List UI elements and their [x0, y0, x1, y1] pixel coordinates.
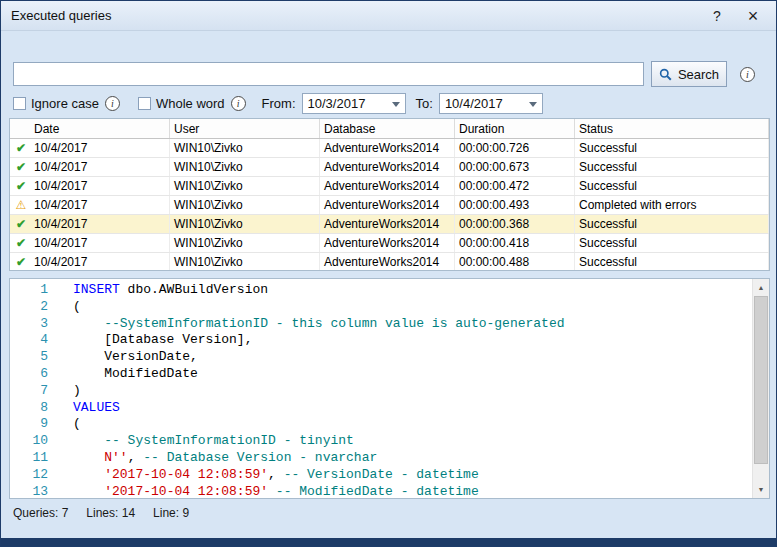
cell-date: ✔10/4/2017: [10, 234, 170, 252]
cell-duration: 00:00:00.472: [455, 177, 575, 195]
query-table-header: Date User Database Duration Status: [10, 119, 769, 139]
line-number: 2: [10, 299, 48, 316]
scrollbar-thumb[interactable]: [754, 296, 768, 464]
cell-user: WIN10\Zivko: [170, 253, 320, 271]
code-segment-keyword: VALUES: [73, 400, 120, 415]
code-segment-keyword: INSERT: [73, 282, 120, 297]
cell-user: WIN10\Zivko: [170, 234, 320, 252]
table-row[interactable]: ✔10/4/2017WIN10\ZivkoAdventureWorks20140…: [10, 158, 769, 177]
cell-date-text: 10/4/2017: [34, 255, 87, 269]
column-header-database[interactable]: Database: [320, 119, 455, 138]
to-label: To:: [416, 96, 433, 111]
to-date-dropdown[interactable]: 10/4/2017: [439, 93, 543, 114]
table-row[interactable]: ✔10/4/2017WIN10\ZivkoAdventureWorks20140…: [10, 234, 769, 253]
line-number: 8: [10, 400, 48, 417]
cell-date-text: 10/4/2017: [34, 160, 87, 174]
title-bar: Executed queries ? ×: [1, 1, 776, 31]
line-number: 9: [10, 416, 48, 433]
status-line: Line: 9: [153, 506, 189, 520]
editor-code[interactable]: INSERT dbo.AWBuildVersion( --SystemInfor…: [54, 279, 752, 498]
page-title: Executed queries: [11, 8, 111, 23]
code-line: '2017-10-04 12:08:59' -- ModifiedDate - …: [73, 484, 752, 498]
success-icon: ✔: [14, 256, 28, 268]
table-row[interactable]: ✔10/4/2017WIN10\ZivkoAdventureWorks20140…: [10, 177, 769, 196]
code-segment-plain: [73, 316, 104, 331]
success-icon: ✔: [14, 218, 28, 230]
column-header-user[interactable]: User: [170, 119, 320, 138]
search-input[interactable]: [13, 62, 644, 86]
code-segment-plain: ,: [128, 450, 144, 465]
column-header-duration[interactable]: Duration: [455, 119, 575, 138]
line-number: 1: [10, 282, 48, 299]
cell-database: AdventureWorks2014: [320, 215, 455, 233]
search-button-label: Search: [678, 67, 719, 82]
code-line: ): [73, 383, 752, 400]
search-info-icon[interactable]: i: [740, 67, 755, 82]
code-segment-comment: -- VersionDate - datetime: [284, 467, 479, 482]
warning-icon: ⚠: [14, 199, 28, 211]
table-row[interactable]: ✔10/4/2017WIN10\ZivkoAdventureWorks20140…: [10, 139, 769, 158]
close-button[interactable]: ×: [738, 1, 768, 31]
whole-word-checkbox[interactable]: [138, 97, 151, 110]
bottom-border-band: [1, 538, 776, 546]
from-label: From:: [262, 96, 296, 111]
search-button[interactable]: Search: [651, 61, 727, 87]
whole-word-label[interactable]: Whole word: [156, 96, 225, 111]
ignore-case-label[interactable]: Ignore case: [31, 96, 99, 111]
line-number: 12: [10, 467, 48, 484]
cell-user: WIN10\Zivko: [170, 158, 320, 176]
code-segment-plain: dbo.AWBuildVersion: [120, 282, 268, 297]
cell-user: WIN10\Zivko: [170, 139, 320, 157]
editor-vertical-scrollbar[interactable]: ▲ ▼: [752, 279, 769, 498]
code-line: INSERT dbo.AWBuildVersion: [73, 282, 752, 299]
column-header-status[interactable]: Status: [575, 119, 769, 138]
editor-gutter: 12345678910111213: [10, 279, 54, 498]
query-table-body: ✔10/4/2017WIN10\ZivkoAdventureWorks20140…: [10, 139, 769, 271]
from-date-value: 10/3/2017: [308, 96, 366, 111]
ignore-case-info-icon[interactable]: i: [105, 96, 120, 111]
table-row[interactable]: ✔10/4/2017WIN10\ZivkoAdventureWorks20140…: [10, 253, 769, 271]
ignore-case-checkbox[interactable]: [13, 97, 26, 110]
success-icon: ✔: [14, 161, 28, 173]
code-segment-plain: [73, 450, 104, 465]
code-line: [Database Version],: [73, 332, 752, 349]
query-table: Date User Database Duration Status ✔10/4…: [9, 118, 770, 271]
table-row[interactable]: ✔10/4/2017WIN10\ZivkoAdventureWorks20140…: [10, 215, 769, 234]
status-lines: Lines: 14: [86, 506, 135, 520]
cell-status: Successful: [575, 158, 769, 176]
code-line: -- SystemInformationID - tinyint: [73, 433, 752, 450]
column-header-date[interactable]: Date: [10, 119, 170, 138]
code-segment-plain: [Database Version],: [73, 332, 252, 347]
cell-duration: 00:00:00.488: [455, 253, 575, 271]
scroll-up-icon[interactable]: ▲: [753, 279, 769, 296]
cell-database: AdventureWorks2014: [320, 234, 455, 252]
cell-date-text: 10/4/2017: [34, 198, 87, 212]
cell-date: ✔10/4/2017: [10, 177, 170, 195]
status-bar: Queries: 7 Lines: 14 Line: 9: [13, 506, 189, 520]
cell-database: AdventureWorks2014: [320, 158, 455, 176]
cell-date-text: 10/4/2017: [34, 217, 87, 231]
code-line: --SystemInformationID - this column valu…: [73, 316, 752, 333]
code-segment-plain: ModifiedDate: [73, 366, 198, 381]
code-segment-comment: -- Database Version - nvarchar: [143, 450, 377, 465]
code-segment-plain: (: [73, 299, 81, 314]
cell-status: Successful: [575, 215, 769, 233]
cell-database: AdventureWorks2014: [320, 196, 455, 214]
cell-date: ✔10/4/2017: [10, 139, 170, 157]
cell-status: Successful: [575, 139, 769, 157]
cell-duration: 00:00:00.726: [455, 139, 575, 157]
whole-word-info-icon[interactable]: i: [231, 96, 246, 111]
sql-editor[interactable]: 12345678910111213 INSERT dbo.AWBuildVers…: [9, 278, 770, 499]
code-segment-plain: [73, 467, 104, 482]
table-row[interactable]: ⚠10/4/2017WIN10\ZivkoAdventureWorks20140…: [10, 196, 769, 215]
cell-duration: 00:00:00.368: [455, 215, 575, 233]
scroll-down-icon[interactable]: ▼: [753, 481, 769, 498]
code-line: N'', -- Database Version - nvarchar: [73, 450, 752, 467]
cell-date: ✔10/4/2017: [10, 158, 170, 176]
from-date-dropdown[interactable]: 10/3/2017: [302, 93, 406, 114]
code-line: '2017-10-04 12:08:59', -- VersionDate - …: [73, 467, 752, 484]
chevron-down-icon: [392, 102, 400, 107]
cell-user: WIN10\Zivko: [170, 215, 320, 233]
help-button[interactable]: ?: [702, 1, 732, 31]
code-line: VALUES: [73, 400, 752, 417]
